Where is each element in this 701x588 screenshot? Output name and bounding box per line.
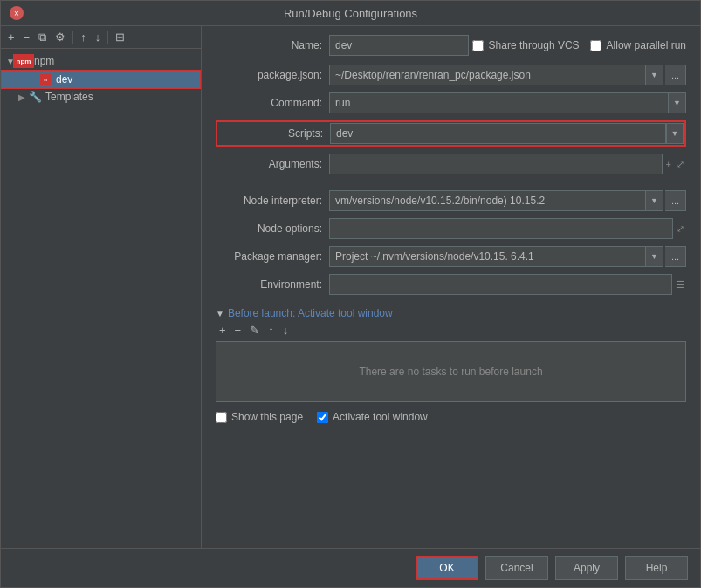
share-vcs-checkbox[interactable] — [472, 40, 484, 51]
before-launch-section: ▼ Before launch: Activate tool window + … — [216, 307, 686, 411]
scripts-input-control: ▼ — [330, 123, 684, 144]
left-panel: + − ⧉ ⚙ ↑ ↓ ⊞ ▼ npm npm — [1, 26, 202, 548]
bottom-checkboxes: Show this page Activate tool window — [216, 411, 686, 423]
tree-item-dev[interactable]: n dev — [1, 70, 201, 89]
close-button[interactable]: × — [10, 6, 24, 20]
before-launch-edit-button[interactable]: ✎ — [246, 323, 263, 338]
share-vcs-label: Share through VCS — [489, 39, 580, 51]
dialog-title: Run/Debug Configurations — [24, 7, 677, 20]
before-launch-header: ▼ Before launch: Activate tool window — [216, 307, 686, 319]
show-page-checkbox[interactable] — [216, 412, 227, 423]
command-dropdown-arrow[interactable]: ▼ — [669, 92, 686, 113]
main-area: + − ⧉ ⚙ ↑ ↓ ⊞ ▼ npm npm — [1, 26, 700, 548]
package-json-label: package.json: — [216, 69, 329, 81]
up-button[interactable]: ↑ — [77, 30, 90, 44]
dev-npm-icon: n — [38, 72, 52, 86]
environment-label: Environment: — [216, 278, 329, 291]
package-manager-value: Project ~/.nvm/versions/node/v10.15. 6.4… — [329, 246, 646, 267]
remove-config-button[interactable]: − — [20, 30, 34, 44]
activate-window-checkbox-row[interactable]: Activate tool window — [317, 411, 428, 423]
left-toolbar: + − ⧉ ⚙ ↑ ↓ ⊞ — [1, 26, 201, 49]
npm-icon: npm — [17, 54, 31, 68]
allow-parallel-checkbox-row[interactable]: Allow parallel run — [590, 39, 686, 51]
cancel-button[interactable]: Cancel — [485, 556, 548, 580]
node-interpreter-browse-button[interactable]: ... — [665, 190, 686, 211]
before-launch-toolbar: + − ✎ ↑ ↓ — [216, 323, 686, 338]
apply-button[interactable]: Apply — [555, 556, 618, 580]
titlebar: × Run/Debug Configurations — [1, 1, 700, 26]
right-panel: Name: Share through VCS Allow parallel r… — [202, 26, 700, 548]
show-page-label: Show this page — [231, 411, 303, 423]
node-options-row: Node options: ⤢ — [216, 218, 686, 239]
help-button[interactable]: Help — [625, 556, 688, 580]
templates-folder-icon: 🔧 — [29, 91, 42, 103]
package-manager-dropdown-arrow[interactable]: ▼ — [646, 246, 663, 267]
settings-config-button[interactable]: ⚙ — [52, 30, 69, 44]
toolbar-separator-2 — [107, 31, 108, 44]
package-json-dropdown-arrow[interactable]: ▼ — [646, 65, 663, 85]
share-vcs-checkbox-row[interactable]: Share through VCS — [472, 39, 580, 51]
show-page-checkbox-row[interactable]: Show this page — [216, 411, 303, 423]
top-row: Name: Share through VCS Allow parallel r… — [216, 35, 686, 56]
package-manager-browse-button[interactable]: ... — [665, 246, 686, 267]
bottom-bar: OK Cancel Apply Help — [1, 548, 700, 587]
ok-button[interactable]: OK — [416, 556, 478, 580]
arguments-add-button[interactable]: + — [664, 157, 673, 171]
command-label: Command: — [216, 97, 329, 109]
arguments-label: Arguments: — [216, 158, 329, 170]
no-tasks-label: There are no tasks to run before launch — [359, 366, 542, 378]
name-input[interactable] — [329, 35, 469, 56]
scripts-dropdown-arrow[interactable]: ▼ — [666, 123, 684, 144]
node-options-label: Node options: — [216, 222, 329, 235]
scripts-input[interactable] — [330, 123, 666, 144]
section-divider — [216, 181, 686, 190]
dev-label: dev — [56, 73, 72, 85]
activate-window-checkbox[interactable] — [317, 412, 328, 423]
copy-config-button[interactable]: ⧉ — [35, 30, 50, 44]
environment-input[interactable] — [329, 274, 672, 295]
before-launch-empty-box: There are no tasks to run before launch — [216, 341, 686, 402]
command-control: run ▼ — [329, 92, 686, 113]
arguments-control: + ⤢ — [329, 154, 686, 174]
add-config-button[interactable]: + — [4, 30, 18, 44]
package-json-row: package.json: ~/Desktop/renran/renran_pc… — [216, 65, 686, 85]
arguments-row: Arguments: + ⤢ — [216, 154, 686, 174]
environment-expand-button[interactable]: ☰ — [674, 277, 686, 292]
before-launch-label: Before launch: Activate tool window — [228, 307, 393, 319]
node-options-expand-button[interactable]: ⤢ — [675, 222, 686, 236]
command-value: run — [329, 92, 669, 113]
before-launch-down-button[interactable]: ↓ — [279, 323, 292, 338]
node-options-control: ⤢ — [329, 218, 686, 239]
arguments-expand-button[interactable]: ⤢ — [675, 157, 686, 172]
package-manager-label: Package manager: — [216, 250, 329, 263]
down-button[interactable]: ↓ — [92, 30, 105, 44]
package-json-browse-button[interactable]: ... — [665, 65, 686, 85]
name-label: Name: — [216, 39, 329, 51]
scripts-label: Scripts: — [218, 127, 330, 140]
allow-parallel-label: Allow parallel run — [607, 39, 686, 51]
node-interpreter-control: vm/versions/node/v10.15.2/bin/node) 10.1… — [329, 190, 686, 211]
npm-label: npm — [34, 55, 54, 67]
scripts-row-highlighted: Scripts: ▼ — [216, 120, 686, 147]
filter-button[interactable]: ⊞ — [112, 30, 128, 44]
templates-expand-icon: ▶ — [18, 92, 25, 102]
node-interpreter-value: vm/versions/node/v10.15.2/bin/node) 10.1… — [329, 190, 646, 211]
activate-window-label: Activate tool window — [333, 411, 428, 423]
run-debug-dialog: × Run/Debug Configurations + − ⧉ ⚙ ↑ ↓ ⊞… — [0, 0, 701, 588]
package-manager-control: Project ~/.nvm/versions/node/v10.15. 6.4… — [329, 246, 686, 267]
allow-parallel-checkbox[interactable] — [590, 40, 601, 51]
before-launch-add-button[interactable]: + — [216, 323, 230, 338]
before-launch-remove-button[interactable]: − — [231, 323, 245, 338]
node-interpreter-dropdown-arrow[interactable]: ▼ — [646, 190, 663, 211]
node-options-input[interactable] — [329, 218, 673, 239]
tree-item-npm[interactable]: ▼ npm npm — [1, 52, 201, 70]
arguments-input[interactable] — [329, 154, 663, 174]
package-manager-row: Package manager: Project ~/.nvm/versions… — [216, 246, 686, 267]
before-launch-up-button[interactable]: ↑ — [265, 323, 278, 338]
environment-row: Environment: ☰ — [216, 274, 686, 295]
node-interpreter-row: Node interpreter: vm/versions/node/v10.1… — [216, 190, 686, 211]
tree-item-templates[interactable]: ▶ 🔧 Templates — [1, 89, 201, 105]
package-json-control: ~/Desktop/renran/renran_pc/package.json … — [329, 65, 686, 85]
command-row: Command: run ▼ — [216, 92, 686, 113]
config-tree: ▼ npm npm n dev ▶ 🔧 — [1, 49, 201, 548]
